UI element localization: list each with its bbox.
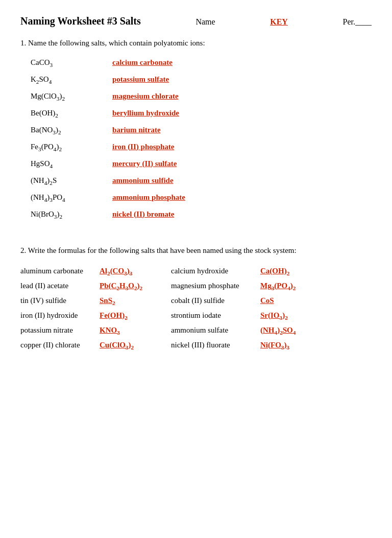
section1-instruction: 1. Name the following salts, which conta… bbox=[20, 37, 372, 49]
compound-formula-left: SnS2 bbox=[100, 296, 171, 306]
salt-row: Mg(ClO3)2magnesium chlorate bbox=[31, 92, 372, 102]
salt-row: CaCO3calcium carbonate bbox=[31, 58, 372, 68]
formula-row: potassium nitrateKNO3ammonium sulfate(NH… bbox=[20, 326, 372, 336]
formula-list: aluminum carbonateAl2(CO3)3calcium hydro… bbox=[20, 267, 372, 350]
salt-formula: (NH4)3PO4 bbox=[31, 193, 112, 203]
salt-answer: iron (II) phosphate bbox=[112, 143, 174, 151]
salt-row: Ni(BrO3)2nickel (II) bromate bbox=[31, 210, 372, 220]
compound-name-right: ammonium sulfate bbox=[171, 326, 260, 335]
compound-formula-right: CoS bbox=[260, 296, 274, 305]
compound-name-left: aluminum carbonate bbox=[20, 267, 100, 275]
salt-row: K2SO4potassium sulfate bbox=[31, 75, 372, 85]
salt-row: (NH4)3PO4ammonium phosphate bbox=[31, 193, 372, 203]
page-header: Naming Worksheet #3 Salts Name KEY Per._… bbox=[20, 15, 372, 27]
compound-formula-left: Al2(CO3)3 bbox=[100, 267, 171, 276]
compound-formula-left: Pb(C2H3O2)2 bbox=[100, 282, 171, 291]
compound-formula-left: Cu(ClO3)2 bbox=[100, 341, 171, 350]
formula-row: iron (II) hydroxideFe(OH)2strontium ioda… bbox=[20, 311, 372, 321]
page-title: Naming Worksheet #3 Salts bbox=[20, 15, 141, 27]
salt-answer: nickel (II) bromate bbox=[112, 210, 174, 219]
salt-row: Be(OH)2beryllium hydroxide bbox=[31, 109, 372, 119]
formula-row: tin (IV) sulfideSnS2cobalt (II) sulfideC… bbox=[20, 296, 372, 306]
compound-formula-right: Mg3(PO4)2 bbox=[260, 282, 296, 291]
formula-row: lead (II) acetatePb(C2H3O2)2magnesium ph… bbox=[20, 282, 372, 291]
salt-answer: barium nitrate bbox=[112, 126, 161, 134]
compound-name-right: strontium iodate bbox=[171, 311, 260, 320]
salt-row: Ba(NO3)2barium nitrate bbox=[31, 126, 372, 135]
compound-formula-left: KNO3 bbox=[100, 326, 171, 336]
compound-formula-right: Sr(IO3)2 bbox=[260, 311, 288, 321]
compound-formula-left: Fe(OH)2 bbox=[100, 311, 171, 321]
salt-row: HgSO4mercury (II) sulfate bbox=[31, 159, 372, 169]
compound-name-left: copper (II) chlorate bbox=[20, 341, 100, 349]
formula-row: aluminum carbonateAl2(CO3)3calcium hydro… bbox=[20, 267, 372, 276]
salt-formula: (NH4)2S bbox=[31, 176, 112, 186]
compound-name-right: cobalt (II) sulfide bbox=[171, 296, 260, 305]
compound-name-left: potassium nitrate bbox=[20, 326, 100, 335]
salt-formula: Ni(BrO3)2 bbox=[31, 210, 112, 220]
salt-answer: magnesium chlorate bbox=[112, 92, 179, 101]
compound-name-right: magnesium phosphate bbox=[171, 282, 260, 290]
compound-name-right: calcium hydroxide bbox=[171, 267, 260, 275]
salt-formula: CaCO3 bbox=[31, 58, 112, 68]
section2-instruction: 2. Write the formulas for the following … bbox=[20, 244, 372, 256]
compound-name-right: nickel (III) fluorate bbox=[171, 341, 260, 349]
salt-formula: Be(OH)2 bbox=[31, 109, 112, 119]
salt-answer: beryllium hydroxide bbox=[112, 109, 179, 118]
salt-answer: ammonium sulfide bbox=[112, 176, 174, 185]
name-label: Name bbox=[195, 17, 215, 27]
compound-name-left: iron (II) hydroxide bbox=[20, 311, 100, 320]
compound-name-left: lead (II) acetate bbox=[20, 282, 100, 290]
salt-formula: K2SO4 bbox=[31, 75, 112, 85]
per-label: Per.____ bbox=[343, 17, 372, 27]
salt-formula: Ba(NO3)2 bbox=[31, 126, 112, 135]
compound-formula-right: (NH4)2SO4 bbox=[260, 326, 296, 336]
salt-row: Fe3(PO4)2iron (II) phosphate bbox=[31, 143, 372, 152]
compound-formula-right: Ca(OH)2 bbox=[260, 267, 289, 276]
key-label: KEY bbox=[270, 17, 288, 27]
salt-answer: mercury (II) sulfate bbox=[112, 159, 177, 168]
salt-row: (NH4)2Sammonium sulfide bbox=[31, 176, 372, 186]
salt-formula: Fe3(PO4)2 bbox=[31, 143, 112, 152]
salt-list: CaCO3calcium carbonateK2SO4potassium sul… bbox=[31, 58, 372, 220]
salt-answer: calcium carbonate bbox=[112, 58, 173, 67]
salt-formula: Mg(ClO3)2 bbox=[31, 92, 112, 102]
salt-answer: potassium sulfate bbox=[112, 75, 169, 84]
compound-formula-right: Ni(FO3)3 bbox=[260, 341, 289, 350]
salt-formula: HgSO4 bbox=[31, 159, 112, 169]
formula-row: copper (II) chlorateCu(ClO3)2nickel (III… bbox=[20, 341, 372, 350]
salt-answer: ammonium phosphate bbox=[112, 193, 185, 202]
compound-name-left: tin (IV) sulfide bbox=[20, 296, 100, 305]
